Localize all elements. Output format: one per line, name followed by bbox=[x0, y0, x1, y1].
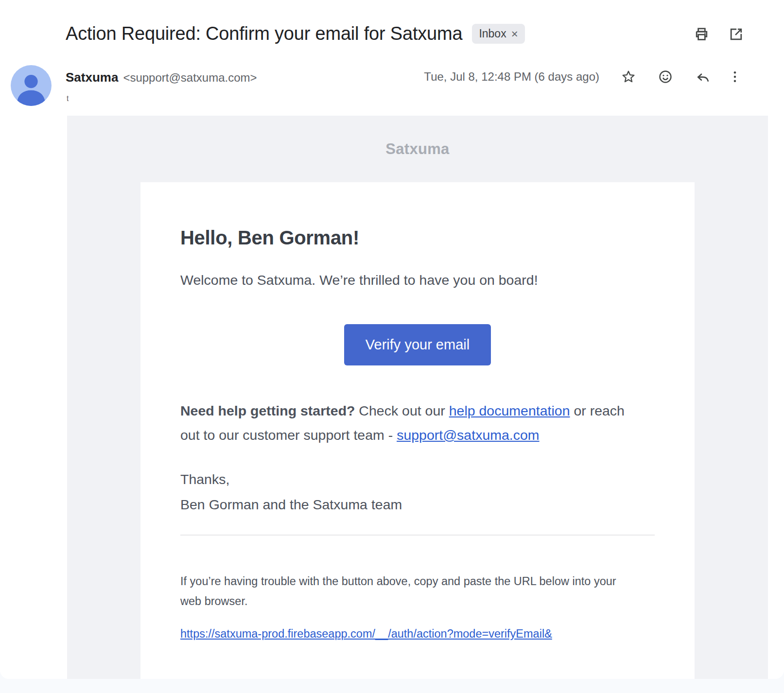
signoff-block: Thanks, Ben Gorman and the Satxuma team bbox=[180, 467, 655, 517]
open-in-new-window-icon[interactable] bbox=[728, 26, 744, 42]
subject-row: Action Required: Confirm your email for … bbox=[66, 23, 525, 44]
help-text-1: Check out our bbox=[355, 403, 449, 418]
help-bold-text: Need help getting started? bbox=[180, 403, 355, 418]
reply-icon[interactable] bbox=[695, 69, 710, 85]
sender-line: Satxuma <support@satxuma.com> bbox=[66, 70, 257, 85]
welcome-text: Welcome to Satxuma. We’re thrilled to ha… bbox=[180, 272, 655, 288]
brand-band: Satxuma bbox=[67, 116, 768, 182]
emoji-reaction-icon[interactable] bbox=[658, 69, 673, 85]
footer-divider bbox=[180, 535, 655, 536]
email-content-card: Hello, Ben Gorman! Welcome to Satxuma. W… bbox=[140, 182, 695, 679]
footer-trouble-text: If you’re having trouble with the button… bbox=[180, 572, 637, 611]
verification-url-link[interactable]: https://satxuma-prod.firebaseapp.com/__/… bbox=[180, 627, 552, 641]
signoff-thanks: Thanks, bbox=[180, 467, 655, 492]
more-options-icon[interactable] bbox=[732, 69, 738, 85]
signoff-team: Ben Gorman and the Satxuma team bbox=[180, 492, 655, 517]
star-icon[interactable] bbox=[621, 69, 636, 85]
greeting-heading: Hello, Ben Gorman! bbox=[180, 227, 655, 249]
email-view-surface: Action Required: Confirm your email for … bbox=[0, 0, 784, 679]
sender-avatar[interactable] bbox=[11, 65, 52, 106]
verify-button-wrapper: Verify your email bbox=[180, 324, 655, 365]
support-email-link[interactable]: support@satxuma.com bbox=[397, 427, 539, 443]
email-body-background: Satxuma Hello, Ben Gorman! Welcome to Sa… bbox=[67, 116, 768, 679]
help-documentation-link[interactable]: help documentation bbox=[449, 403, 570, 418]
sender-email: <support@satxuma.com> bbox=[123, 71, 257, 85]
brand-wordmark: Satxuma bbox=[385, 140, 449, 158]
email-subject: Action Required: Confirm your email for … bbox=[66, 23, 462, 44]
inbox-label-text: Inbox bbox=[479, 27, 506, 40]
help-paragraph: Need help getting started? Check out our… bbox=[180, 398, 635, 447]
avatar-person-head bbox=[24, 75, 37, 88]
sender-name: Satxuma bbox=[66, 70, 118, 85]
verify-email-button[interactable]: Verify your email bbox=[344, 324, 491, 365]
inbox-label-chip[interactable]: Inbox × bbox=[472, 24, 524, 44]
remove-label-icon[interactable]: × bbox=[511, 28, 518, 40]
header-icons bbox=[694, 26, 744, 42]
message-meta-row: Tue, Jul 8, 12:48 PM (6 days ago) bbox=[424, 69, 738, 85]
to-recipient-sliver[interactable]: t bbox=[67, 94, 69, 103]
bottom-band bbox=[0, 679, 784, 693]
print-icon[interactable] bbox=[694, 26, 710, 42]
message-date: Tue, Jul 8, 12:48 PM (6 days ago) bbox=[424, 70, 599, 84]
